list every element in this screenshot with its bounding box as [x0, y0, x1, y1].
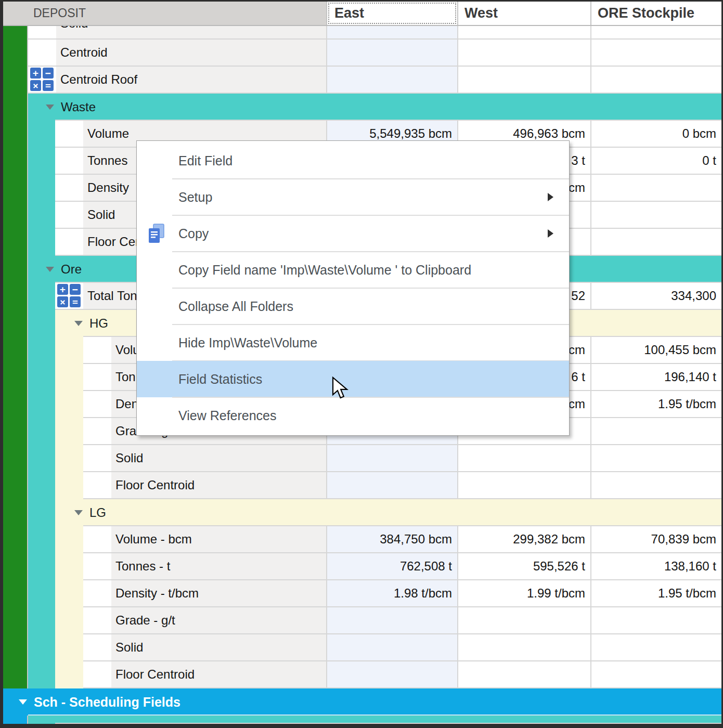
menu-item-collapse-all-folders[interactable]: Collapse All Folders — [137, 288, 569, 324]
row-label-text: Volume — [87, 126, 129, 141]
row-icon-cell — [28, 26, 56, 40]
menu-item-field-statistics[interactable]: Field Statistics — [137, 361, 569, 397]
cell-west[interactable]: 1.99 t/bcm — [457, 580, 590, 607]
row-icon-cell — [83, 391, 111, 418]
row-label-text: Solid — [87, 207, 115, 222]
row-label-floor-centroid[interactable]: Floor Centroid — [111, 661, 326, 688]
row-label-volume-bcm[interactable]: Volume - bcm — [111, 526, 326, 553]
row-icon-cell — [55, 121, 83, 148]
cell-east[interactable] — [326, 26, 457, 40]
row-icon-cell — [55, 202, 83, 229]
row-label-solid[interactable]: Solid — [56, 26, 326, 40]
row-label-solid[interactable]: Solid — [111, 445, 326, 472]
cell-east[interactable] — [326, 472, 457, 499]
cell-ore-stockpile[interactable] — [590, 445, 721, 472]
cell-ore-stockpile[interactable] — [590, 26, 721, 40]
menu-item-edit-field[interactable]: Edit Field — [137, 142, 569, 179]
row-label-text: Density - t/bcm — [115, 586, 199, 601]
menu-item-copy-field-name-imp-waste-volume-to-clipboard[interactable]: Copy Field name 'Imp\Waste\Volume ' to C… — [137, 252, 569, 288]
cell-ore-stockpile[interactable] — [590, 67, 721, 94]
selected-column-outline: East — [328, 3, 456, 24]
column-header-ore-stockpile[interactable]: ORE Stockpile — [590, 2, 721, 25]
cell-ore-stockpile[interactable] — [590, 40, 721, 67]
imp-group-rail — [3, 580, 28, 607]
cell-ore-stockpile[interactable]: 196,140 t — [590, 364, 721, 391]
menu-item-view-references[interactable]: View References — [137, 397, 569, 434]
imp-group-rail — [3, 499, 28, 526]
group-stripe-teal — [28, 445, 55, 472]
cell-ore-stockpile[interactable] — [590, 661, 721, 688]
cell-ore-stockpile[interactable]: 1.95 t/bcm — [590, 391, 721, 418]
column-header-west[interactable]: West — [457, 2, 590, 25]
cell-west[interactable] — [457, 26, 590, 40]
menu-item-setup[interactable]: Setup — [137, 179, 569, 215]
row-label-tonnes-t[interactable]: Tonnes - t — [111, 553, 326, 580]
menu-item-hide-imp-waste-volume[interactable]: Hide Imp\Waste\Volume — [137, 324, 569, 361]
row-label-floor-centroid[interactable]: Floor Centroid — [111, 472, 326, 499]
cell-ore-stockpile[interactable] — [590, 229, 721, 256]
group-stripe-teal — [28, 661, 55, 688]
column-header-east[interactable]: East — [326, 2, 457, 25]
cell-west[interactable] — [457, 445, 590, 472]
group-stripe-teal — [28, 121, 55, 148]
cell-west[interactable] — [457, 472, 590, 499]
section-header-sch-scheduling-fields[interactable]: Sch - Scheduling Fields — [3, 688, 721, 716]
cell-west[interactable] — [457, 40, 590, 67]
cell-east[interactable]: 762,508 t — [326, 553, 457, 580]
imp-group-rail — [3, 661, 28, 688]
cell-ore-stockpile[interactable] — [590, 472, 721, 499]
row-label-centroid[interactable]: Centroid — [56, 40, 326, 67]
menu-item-copy[interactable]: Copy — [137, 215, 569, 252]
row-icon-cell: +−×= — [55, 283, 83, 310]
section-header-hg[interactable]: HG — [28, 716, 721, 724]
section-header-waste[interactable]: Waste — [28, 94, 721, 121]
cell-ore-stockpile[interactable] — [590, 634, 721, 661]
cell-ore-stockpile[interactable]: 0 t — [590, 148, 721, 175]
cell-ore-stockpile[interactable] — [590, 607, 721, 634]
row-label-text: Tonnes — [87, 153, 127, 168]
cell-ore-stockpile[interactable] — [590, 418, 721, 445]
group-stripe-yellow — [55, 418, 83, 445]
table-row: Centroid — [3, 40, 721, 67]
cell-ore-stockpile[interactable]: 100,455 bcm — [590, 337, 721, 364]
cell-east[interactable] — [326, 67, 457, 94]
cell-east[interactable] — [326, 634, 457, 661]
cell-ore-stockpile[interactable]: 1.95 t/bcm — [590, 580, 721, 607]
row-label-grade-g-t[interactable]: Grade - g/t — [111, 607, 326, 634]
row-label-text: Volume - bcm — [115, 532, 192, 547]
row-icon-cell — [83, 364, 111, 391]
table-row: Sch - Scheduling Fields — [3, 688, 721, 716]
column-header-deposit[interactable]: DEPOSIT — [3, 2, 326, 25]
cell-ore-stockpile[interactable]: 0 bcm — [590, 121, 721, 148]
menu-item-label: Collapse All Folders — [178, 299, 293, 314]
cell-west[interactable] — [457, 661, 590, 688]
cell-east[interactable]: 384,750 bcm — [326, 526, 457, 553]
cell-ore-stockpile[interactable]: 138,160 t — [590, 553, 721, 580]
group-stripe-yellow — [55, 364, 83, 391]
cell-west[interactable]: 299,382 bcm — [457, 526, 590, 553]
row-icon-cell — [83, 607, 111, 634]
cell-ore-stockpile[interactable]: 70,839 bcm — [590, 526, 721, 553]
cell-east[interactable]: 1.98 t/bcm — [326, 580, 457, 607]
cell-ore-stockpile[interactable] — [590, 202, 721, 229]
cell-west[interactable]: 595,526 t — [457, 553, 590, 580]
cell-east[interactable] — [326, 661, 457, 688]
chevron-down-icon — [19, 699, 27, 705]
row-label-density-t-bcm[interactable]: Density - t/bcm — [111, 580, 326, 607]
cell-west[interactable] — [457, 634, 590, 661]
table-row: Grade - g/t — [3, 607, 721, 634]
row-label-text: Grade - g/t — [115, 613, 175, 628]
cell-east[interactable] — [326, 607, 457, 634]
cell-east[interactable] — [326, 445, 457, 472]
row-label-centroid-roof[interactable]: Centroid Roof — [56, 67, 326, 94]
section-header-lg[interactable]: LG — [55, 499, 721, 526]
cell-ore-stockpile[interactable]: 334,300 — [590, 283, 721, 310]
row-label-solid[interactable]: Solid — [111, 634, 326, 661]
cell-ore-stockpile[interactable] — [590, 175, 721, 202]
group-stripe-teal — [28, 472, 55, 499]
group-stripe-yellow — [55, 580, 83, 607]
group-stripe-teal — [28, 364, 55, 391]
cell-west[interactable] — [457, 67, 590, 94]
cell-west[interactable] — [457, 607, 590, 634]
cell-east[interactable] — [326, 40, 457, 67]
